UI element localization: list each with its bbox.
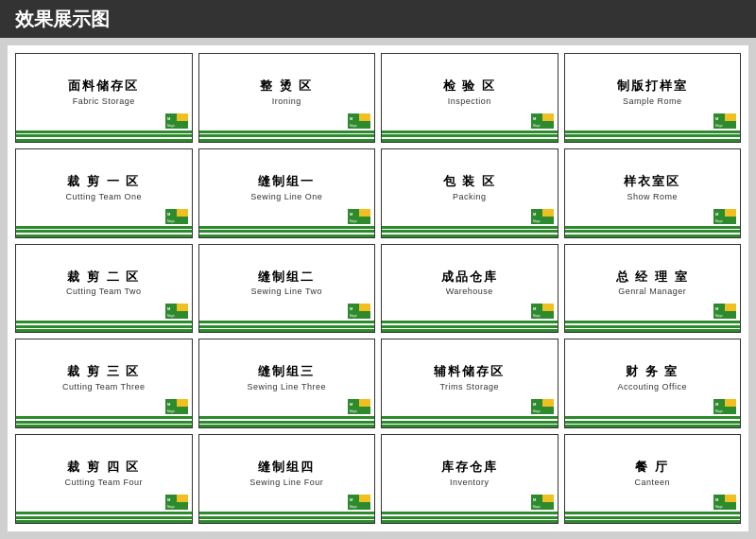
card-12: 裁 剪 三 区 Cutting Team Three M Magic (15, 339, 193, 428)
card-bar-1 (199, 130, 375, 142)
svg-rect-71 (542, 399, 554, 407)
card-13: 缝制组三 Sewing Line Three M Magic (198, 339, 376, 428)
page-title: 效果展示图 (15, 7, 110, 32)
card-subtitle-17: Sewing Line Four (249, 478, 323, 487)
card-content-13: 缝制组三 Sewing Line Three M Magic (199, 339, 375, 416)
card-title-15: 财 务 室 (626, 364, 679, 380)
card-title-10: 成品仓库 (441, 270, 498, 286)
card-14: 辅料储存区 Trims Storage M Magic (381, 339, 558, 428)
card-content-8: 裁 剪 二 区 Cutting Team Two M Magic (16, 245, 192, 322)
page-header: 效果展示图 (0, 0, 756, 38)
card-logo-1: M Magic (348, 113, 370, 129)
card-subtitle-1: Ironing (272, 96, 301, 106)
card-title-7: 样衣室区 (624, 174, 680, 190)
card-6: 包 装 区 Packing M Magic (381, 148, 558, 238)
card-title-17: 缝制组四 (258, 460, 315, 476)
card-grid: 面料储存区 Fabric Storage M Magic 整 烫 区 Ironi… (15, 53, 741, 524)
card-11: 总 经 理 室 Genral Manager M Magic (564, 244, 742, 334)
card-content-5: 缝制组一 Sewing Line One M Magic (199, 149, 375, 226)
card-subtitle-14: Trims Storage (439, 382, 499, 391)
card-logo-14: M Magic (531, 399, 554, 414)
card-content-16: 裁 剪 四 区 Cutting Team Four M Magic (16, 435, 192, 512)
card-subtitle-0: Fabric Storage (73, 96, 135, 106)
card-subtitle-8: Cutting Team Two (66, 287, 142, 296)
card-bar-13 (199, 416, 375, 427)
svg-text:Magic: Magic (350, 505, 358, 509)
card-subtitle-16: Cutting Team Four (65, 478, 143, 487)
card-content-0: 面料储存区 Fabric Storage M Magic (16, 54, 192, 130)
card-content-3: 制版打样室 Sample Rome M Magic (565, 54, 741, 130)
card-9: 缝制组二 Sewing Line Two M Magic (198, 244, 376, 334)
card-content-19: 餐 厅 Canteen M Magic (565, 435, 741, 512)
card-content-14: 辅料储存区 Trims Storage M Magic (382, 339, 558, 416)
card-logo-11: M Magic (713, 304, 736, 319)
card-subtitle-6: Packing (453, 192, 487, 201)
svg-rect-86 (359, 495, 370, 502)
svg-text:Magic: Magic (533, 219, 541, 223)
card-title-0: 面料储存区 (68, 78, 139, 95)
card-subtitle-3: Sample Rome (623, 96, 682, 106)
svg-rect-61 (177, 399, 188, 407)
card-logo-16: M Magic (165, 495, 188, 510)
svg-text:Magic: Magic (350, 219, 358, 223)
card-bar-14 (382, 416, 558, 427)
card-content-4: 裁 剪 一 区 Cutting Team One M Magic (16, 149, 192, 226)
card-logo-19: M Magic (713, 495, 736, 510)
card-logo-3: M Magic (713, 113, 736, 129)
card-title-8: 裁 剪 二 区 (67, 270, 140, 286)
card-logo-6: M Magic (531, 209, 554, 224)
card-subtitle-11: Genral Manager (618, 287, 686, 296)
card-logo-9: M Magic (348, 304, 370, 319)
card-logo-10: M Magic (531, 304, 554, 319)
svg-text:Magic: Magic (167, 219, 176, 223)
card-logo-17: M Magic (348, 495, 370, 510)
card-title-6: 包 装 区 (443, 174, 496, 190)
card-bar-2 (382, 130, 558, 142)
card-content-2: 检 验 区 Inspection M Magic (382, 54, 558, 130)
card-bar-0 (16, 130, 192, 142)
card-bar-6 (382, 226, 558, 237)
card-content-17: 缝制组四 Sewing Line Four M Magic (199, 435, 375, 512)
svg-rect-26 (359, 209, 370, 217)
card-1: 整 烫 区 Ironing M Magic (198, 53, 376, 143)
card-subtitle-12: Cutting Team Three (62, 382, 146, 391)
card-logo-12: M Magic (165, 399, 188, 414)
svg-text:Magic: Magic (715, 124, 724, 128)
svg-text:Magic: Magic (715, 409, 724, 413)
svg-rect-76 (725, 399, 736, 407)
card-title-14: 辅料储存区 (434, 364, 505, 380)
card-title-18: 库存仓库 (441, 460, 498, 476)
card-title-3: 制版打样室 (617, 78, 688, 95)
card-17: 缝制组四 Sewing Line Four M Magic (198, 434, 376, 524)
card-content-11: 总 经 理 室 Genral Manager M Magic (565, 245, 741, 322)
svg-text:Magic: Magic (533, 409, 541, 413)
card-subtitle-2: Inspection (448, 96, 491, 106)
svg-rect-1 (177, 113, 188, 121)
svg-text:Magic: Magic (533, 124, 541, 128)
card-content-12: 裁 剪 三 区 Cutting Team Three M Magic (16, 339, 192, 416)
svg-text:Magic: Magic (533, 314, 541, 318)
card-title-5: 缝制组一 (258, 174, 315, 190)
card-title-13: 缝制组三 (258, 364, 315, 380)
svg-rect-31 (542, 209, 554, 217)
card-title-4: 裁 剪 一 区 (67, 174, 140, 190)
card-4: 裁 剪 一 区 Cutting Team One M Magic (15, 148, 193, 238)
card-bar-16 (16, 512, 192, 523)
card-bar-7 (565, 226, 741, 237)
svg-rect-66 (359, 399, 370, 407)
card-3: 制版打样室 Sample Rome M Magic (564, 53, 742, 143)
svg-rect-16 (725, 113, 736, 121)
card-19: 餐 厅 Canteen M Magic (564, 434, 742, 524)
card-title-2: 检 验 区 (443, 78, 496, 95)
card-subtitle-4: Cutting Team One (66, 192, 142, 201)
svg-text:Magic: Magic (350, 124, 358, 128)
card-title-1: 整 烫 区 (260, 78, 313, 95)
card-subtitle-18: Inventory (450, 478, 490, 487)
svg-text:Magic: Magic (715, 314, 724, 318)
svg-text:Magic: Magic (350, 409, 358, 413)
card-8: 裁 剪 二 区 Cutting Team Two M Magic (15, 244, 193, 334)
card-logo-7: M Magic (713, 209, 736, 224)
card-content-7: 样衣室区 Show Rome M Magic (565, 149, 741, 226)
card-18: 库存仓库 Inventory M Magic (381, 434, 558, 524)
card-subtitle-19: Canteen (634, 478, 670, 487)
